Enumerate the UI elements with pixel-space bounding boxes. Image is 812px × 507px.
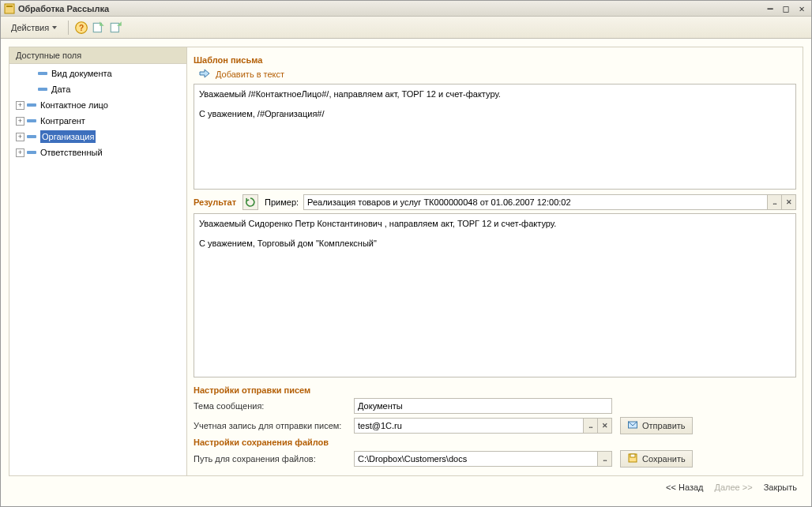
account-picker: ... ✕ — [354, 418, 612, 434]
content-wrap: Доступные поля Вид документа Дата + — [1, 39, 811, 506]
toolbar-separator — [68, 21, 69, 35]
path-picker: ... — [354, 451, 612, 467]
sidebar-header: Доступные поля — [9, 47, 186, 64]
close-footer-button[interactable]: Закрыть — [764, 483, 797, 492]
svg-text:?: ? — [79, 23, 84, 32]
tree-item-date[interactable]: Дата — [9, 81, 186, 97]
send-settings-title: Настройки отправки писем — [194, 385, 796, 395]
main-panel: Шаблон письма Добавить в текст Уважаемый… — [187, 47, 803, 475]
help-icon[interactable]: ? — [74, 21, 88, 35]
footer-nav: << Назад Далее >> Закрыть — [9, 476, 803, 498]
field-icon — [27, 119, 36, 122]
tree-item-counterparty[interactable]: + Контрагент — [9, 113, 186, 129]
ellipsis-button[interactable]: ... — [767, 195, 781, 209]
tree-item-organization[interactable]: + Организация — [9, 129, 186, 145]
save-settings-title: Настройки сохранения файлов — [194, 438, 796, 447]
template-title: Шаблон письма — [194, 55, 796, 65]
clear-button[interactable]: ✕ — [781, 195, 795, 209]
add-to-text-link[interactable]: Добавить в текст — [216, 69, 284, 79]
path-input[interactable] — [355, 452, 597, 466]
ellipsis-button[interactable]: ... — [583, 419, 597, 433]
account-input[interactable] — [355, 419, 583, 433]
field-icon — [38, 88, 47, 91]
send-button[interactable]: Отправить — [620, 417, 693, 434]
subject-label: Тема сообщения: — [194, 401, 346, 411]
path-label: Путь для сохранения файлов: — [194, 454, 346, 464]
refresh-button[interactable] — [242, 194, 258, 210]
svg-rect-5 — [111, 23, 118, 32]
content-area: Доступные поля Вид документа Дата + — [9, 47, 803, 476]
window-title: Обработка Рассылка — [18, 4, 764, 13]
toolbar-icon-1[interactable] — [92, 21, 106, 35]
example-input[interactable] — [304, 195, 767, 209]
maximize-button[interactable]: □ — [780, 3, 792, 14]
titlebar: Обработка Рассылка — □ ✕ — [1, 1, 811, 17]
subject-input[interactable] — [354, 398, 612, 414]
field-icon — [38, 72, 47, 75]
next-button: Далее >> — [715, 483, 753, 492]
example-label: Пример: — [265, 197, 299, 207]
chevron-down-icon — [52, 26, 57, 29]
minimize-button[interactable]: — — [764, 3, 776, 14]
tree-item-contact[interactable]: + Контактное лицо — [9, 97, 186, 113]
app-icon — [4, 3, 15, 14]
actions-menu[interactable]: Действия — [6, 21, 62, 35]
save-button[interactable]: Сохранить — [620, 450, 693, 468]
ellipsis-button[interactable]: ... — [597, 452, 611, 466]
send-icon — [627, 419, 638, 432]
tree-item-responsible[interactable]: + Ответственный — [9, 145, 186, 160]
app-window: Обработка Рассылка — □ ✕ Действия ? Дост… — [0, 0, 812, 507]
account-label: Учетная запись для отправки писем: — [194, 421, 346, 430]
expand-icon[interactable]: + — [16, 117, 24, 126]
save-icon — [627, 453, 638, 465]
arrow-right-icon — [198, 68, 211, 81]
back-button[interactable]: << Назад — [666, 483, 703, 492]
field-icon — [27, 151, 36, 154]
example-picker: ... ✕ — [303, 194, 796, 210]
clear-button[interactable]: ✕ — [597, 419, 611, 433]
toolbar-icon-2[interactable] — [109, 21, 123, 35]
tree-item-doc-type[interactable]: Вид документа — [9, 66, 186, 81]
expand-icon[interactable]: + — [16, 133, 24, 141]
expand-icon[interactable]: + — [16, 101, 24, 110]
result-text[interactable]: Уважаемый Сидоренко Петр Константинович … — [194, 213, 796, 377]
svg-rect-8 — [630, 454, 635, 457]
result-title: Результат — [194, 197, 236, 207]
fields-tree: Вид документа Дата + Контактное лицо + — [9, 64, 186, 475]
template-text[interactable]: Уважаемый /#КонтактноеЛицо#/, направляем… — [194, 84, 796, 190]
field-icon — [27, 135, 36, 138]
sidebar: Доступные поля Вид документа Дата + — [9, 47, 187, 475]
expand-icon[interactable]: + — [16, 148, 24, 157]
close-button[interactable]: ✕ — [795, 3, 808, 14]
toolbar: Действия ? — [1, 17, 811, 39]
svg-rect-0 — [5, 4, 14, 13]
actions-label: Действия — [11, 23, 49, 32]
field-icon — [27, 103, 36, 107]
svg-rect-1 — [6, 6, 13, 7]
